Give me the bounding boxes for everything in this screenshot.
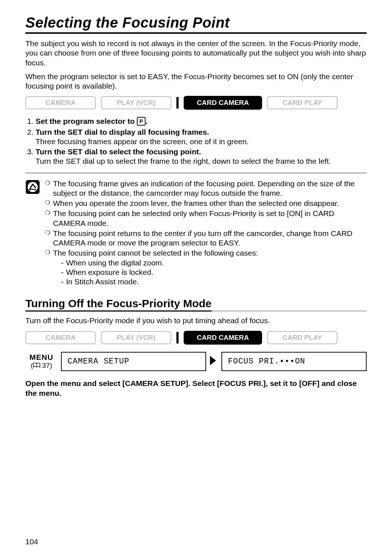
note-sub-1: When using the digital zoom. (61, 258, 367, 268)
book-icon (33, 362, 40, 370)
menu-label: MENU ( 37) (25, 353, 57, 370)
mode2-separator-icon (176, 332, 179, 343)
step-3: Turn the SET dial to select the focusing… (36, 147, 367, 166)
svg-rect-1 (28, 182, 38, 192)
mode2-camera: CAMERA (25, 331, 96, 344)
mode2-play-vcr: PLAY (VCR) (101, 331, 171, 344)
note-item-1: The focusing frame gives an indication o… (45, 179, 367, 198)
mode-card-camera-active: CARD CAMERA (184, 96, 262, 110)
note-item-5: The focusing point cannot be selected in… (45, 248, 367, 286)
menu-path: MENU ( 37) CAMERA SETUP FOCUS PRI.•••ON (25, 352, 367, 371)
menu-box-1: CAMERA SETUP (61, 352, 206, 371)
mode-selector-row-2: CAMERA PLAY (VCR) CARD CAMERA CARD PLAY (25, 331, 367, 345)
mode-card-play: CARD PLAY (267, 96, 338, 109)
note-block: The focusing frame gives an indication o… (25, 173, 367, 288)
step-3-desc: Turn the SET dial up to select the frame… (36, 157, 367, 166)
final-instruction: Open the menu and select [CAMERA SETUP].… (25, 378, 367, 398)
mode-camera: CAMERA (25, 96, 96, 109)
step-2-desc: Three focusing frames appear on the scre… (36, 137, 367, 146)
subsection-title: Turning Off the Focus-Priority Mode (25, 297, 212, 312)
step-2: Turn the SET dial to display all focusin… (36, 128, 367, 146)
mode2-card-camera-active: CARD CAMERA (184, 331, 262, 345)
step-2-head: Turn the SET dial to display all focusin… (36, 128, 209, 136)
mode-separator-icon (176, 97, 179, 109)
note-item-4: The focusing point returns to the center… (45, 229, 367, 248)
note-item-2: When you operate the zoom lever, the fra… (45, 199, 367, 208)
sub-intro: Turn off the Focus-Priority mode if you … (25, 316, 367, 325)
note-sub-3: In Stitch Assist mode. (61, 277, 367, 286)
program-selector-p-icon: P (137, 117, 146, 126)
menu-box-2: FOCUS PRI.•••ON (221, 352, 367, 371)
menu-ref-number: 37 (42, 362, 50, 369)
step-3-head: Turn the SET dial to select the focusing… (36, 147, 201, 156)
mode2-card-play: CARD PLAY (267, 331, 338, 344)
intro-paragraph-2: When the program selector is set to EASY… (25, 72, 367, 91)
menu-arrow-icon (210, 355, 218, 367)
page-title: Selecting the Focusing Point (25, 15, 367, 31)
intro-paragraph-1: The subject you wish to record is not al… (25, 39, 367, 68)
step-1-text-post: . (146, 117, 148, 125)
page-number: 104 (25, 537, 38, 546)
step-1: Set the program selector to P. (36, 117, 367, 126)
note-sub-2: When exposure is locked. (61, 268, 367, 277)
step-1-text-pre: Set the program selector to (36, 117, 137, 125)
note-icon (25, 180, 40, 288)
note-item-5-text: The focusing point cannot be selected in… (53, 249, 258, 257)
note-sublist: When using the digital zoom. When exposu… (53, 258, 367, 287)
subhead-wrap: Turning Off the Focus-Priority Mode (25, 297, 367, 312)
menu-ref: ( 37) (30, 362, 52, 369)
note-list: The focusing frame gives an indication o… (45, 179, 367, 288)
title-rule (25, 32, 367, 34)
mode-play-vcr: PLAY (VCR) (101, 96, 171, 109)
steps-list: Set the program selector to P. Turn the … (25, 117, 367, 165)
menu-title: MENU (25, 353, 57, 362)
note-item-3: The focusing point can be selected only … (45, 209, 367, 228)
mode-selector-row-1: CAMERA PLAY (VCR) CARD CAMERA CARD PLAY (25, 96, 367, 110)
